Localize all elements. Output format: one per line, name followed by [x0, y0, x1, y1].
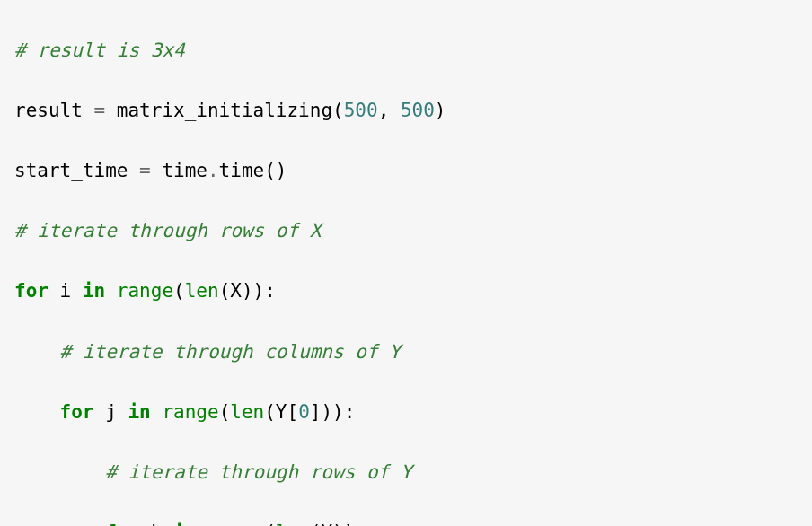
- comment: # result is 3x4: [14, 39, 185, 61]
- indent: [14, 522, 105, 526]
- indent: [14, 341, 60, 363]
- token: time: [151, 160, 207, 181]
- builtin: len: [185, 280, 219, 302]
- token: [196, 522, 207, 526]
- code-line: for j in range(len(Y[0])):: [14, 398, 798, 428]
- builtin: range: [162, 401, 218, 423]
- token: (X)):: [219, 280, 276, 302]
- comment: # iterate through rows of Y: [105, 461, 411, 483]
- keyword: for: [60, 401, 94, 423]
- code-line: # iterate through columns of Y: [14, 338, 798, 368]
- keyword: for: [105, 522, 139, 526]
- code-line: # iterate through rows of X: [14, 216, 798, 247]
- code-line: start_time = time.time(): [14, 156, 798, 187]
- token: k: [139, 522, 173, 526]
- token: ,: [378, 100, 401, 121]
- builtin: range: [117, 280, 173, 302]
- number: 500: [401, 100, 435, 121]
- builtin: range: [207, 522, 264, 526]
- code-line: # iterate through rows of Y: [14, 458, 798, 488]
- comment: # iterate through columns of Y: [60, 341, 401, 363]
- token: i: [49, 280, 83, 302]
- builtin: len: [276, 522, 310, 526]
- code-line: for i in range(len(X)):: [14, 276, 798, 307]
- indent: [14, 401, 60, 423]
- token: (: [264, 522, 276, 526]
- operator: =: [94, 100, 106, 121]
- keyword: for: [14, 280, 49, 302]
- code-line: result = matrix_initializing(500, 500): [14, 96, 798, 127]
- number: 500: [344, 100, 378, 121]
- token: j: [94, 401, 128, 423]
- token: [151, 401, 163, 423]
- operator: =: [139, 160, 151, 181]
- token: ])):: [310, 401, 356, 423]
- token: ): [435, 100, 446, 121]
- code-line: # result is 3x4: [14, 36, 798, 66]
- keyword: in: [128, 401, 150, 423]
- token: [105, 280, 117, 302]
- token: (Y)):: [310, 522, 366, 526]
- code-cell: # result is 3x4 result = matrix_initiali…: [0, 0, 812, 526]
- builtin: len: [230, 401, 264, 423]
- token: matrix_initializing(: [105, 100, 344, 121]
- token: (: [173, 280, 185, 302]
- token: start_time: [14, 160, 139, 181]
- number: 0: [298, 401, 310, 423]
- token: result: [14, 100, 94, 121]
- comment: # iterate through rows of X: [14, 220, 321, 241]
- keyword: in: [83, 280, 105, 302]
- keyword: in: [173, 522, 196, 526]
- code-line: for k in range(len(Y)):: [14, 518, 798, 526]
- token: time(): [219, 160, 287, 181]
- operator: .: [207, 160, 219, 181]
- token: (: [219, 401, 231, 423]
- indent: [14, 461, 105, 483]
- token: (Y[: [264, 401, 298, 423]
